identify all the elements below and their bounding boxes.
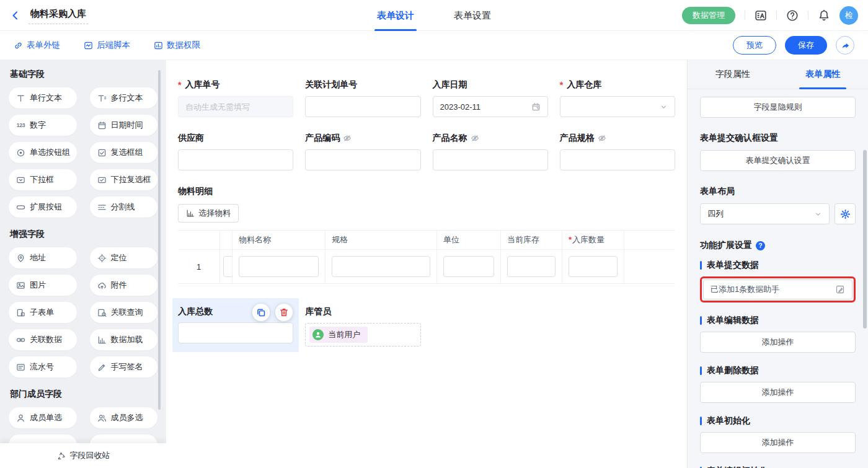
field-inbound-no[interactable]: 入库单号 <box>178 79 293 117</box>
tab-form-design[interactable]: 表单设计 <box>377 0 414 31</box>
preview-button[interactable]: 预览 <box>733 36 776 55</box>
field-keeper[interactable]: 库管员 当前用户 <box>305 298 420 347</box>
field-recycle-bin[interactable]: 字段回收站 <box>0 443 166 468</box>
locate-icon <box>97 254 107 263</box>
page-title[interactable]: 物料采购入库 <box>29 7 88 24</box>
sidebar-item-divider[interactable]: 分割线 <box>90 196 158 218</box>
field-total-selected[interactable]: 入库总数 <box>172 298 299 352</box>
edit-pencil-icon[interactable] <box>835 285 845 294</box>
sidebar-item-checkbox-group[interactable]: 复选框组 <box>90 142 158 163</box>
sidebar-item-datetime[interactable]: 日期时间 <box>90 115 158 136</box>
material-detail-section[interactable]: 物料明细 选择物料 物料名称 规格 单位 当前库存 入库数量 <box>178 186 675 284</box>
field-product-spec[interactable]: 产品规格 <box>560 132 675 170</box>
unit-input[interactable] <box>443 256 494 277</box>
sidebar-item-data-load[interactable]: 数据加载 <box>90 329 158 350</box>
field-visibility-rule-button[interactable]: 字段显隐规则 <box>700 97 856 118</box>
sidebar-item-serial-number[interactable]: 流水号 <box>9 356 77 377</box>
help-icon[interactable] <box>786 9 799 22</box>
form-layout-title: 表单布局 <box>700 186 856 197</box>
notification-bell-icon[interactable] <box>818 9 830 22</box>
back-button[interactable] <box>10 10 21 21</box>
eye-off-icon <box>343 134 352 143</box>
add-action-button-init[interactable]: 添加操作 <box>700 432 856 453</box>
tab-field-properties[interactable]: 字段属性 <box>688 60 778 89</box>
publish-share-button[interactable] <box>836 36 854 55</box>
sidebar-item-number[interactable]: 数字 <box>9 115 77 136</box>
material-table-header: 物料名称 规格 单位 当前库存 入库数量 <box>178 231 675 250</box>
permission-icon <box>154 41 163 50</box>
sidebar-scrollbar[interactable] <box>158 70 161 410</box>
section-title-basic: 基础字段 <box>10 69 156 80</box>
tab-form-settings[interactable]: 表单设置 <box>454 0 491 31</box>
member-single-icon <box>16 413 25 423</box>
group-edit-init: 表单编辑初始化 <box>700 466 856 468</box>
sidebar-item-related-query[interactable]: 关联查询 <box>90 302 158 323</box>
data-assistant-button[interactable]: 已添加1条数据助手 <box>703 280 852 299</box>
user-avatar[interactable]: 检 <box>839 6 858 25</box>
product-code-input[interactable] <box>305 149 420 170</box>
total-input[interactable] <box>178 322 293 343</box>
current-user-tag[interactable]: 当前用户 <box>309 327 368 343</box>
form-external-link[interactable]: 表单外链 <box>14 40 60 51</box>
inbound-no-input[interactable] <box>178 96 293 117</box>
layout-settings-button[interactable] <box>835 203 856 224</box>
delete-field-button[interactable] <box>275 304 293 321</box>
tab-form-properties[interactable]: 表单属性 <box>778 60 868 89</box>
sidebar-item-image[interactable]: 图片 <box>9 275 77 296</box>
eye-off-icon <box>471 134 479 143</box>
field-product-code[interactable]: 产品编码 <box>305 132 420 170</box>
inbound-qty-input[interactable] <box>569 256 618 277</box>
sidebar-item-locate[interactable]: 定位 <box>90 247 158 268</box>
field-plan-no[interactable]: 关联计划单号 <box>305 79 420 117</box>
sidebar-item-subform[interactable]: 子表单 <box>9 302 77 323</box>
sidebar-item-related-data[interactable]: 关联数据 <box>9 329 77 350</box>
copy-field-button[interactable] <box>252 304 270 321</box>
supplier-input[interactable] <box>178 149 293 170</box>
hidden-cell <box>220 250 232 283</box>
product-name-input[interactable] <box>433 149 548 170</box>
field-supplier[interactable]: 供应商 <box>178 132 293 170</box>
warehouse-select[interactable] <box>560 96 675 117</box>
spec-input[interactable] <box>332 256 430 277</box>
sidebar-item-extend-button[interactable]: 扩展按钮 <box>9 196 77 218</box>
link-icon <box>14 41 23 50</box>
add-action-button-delete[interactable]: 添加操作 <box>700 382 856 403</box>
divider <box>808 11 808 20</box>
backend-script-link[interactable]: 后端脚本 <box>84 40 130 51</box>
field-inbound-date[interactable]: 入库日期 2023-02-11 <box>433 79 548 117</box>
panel-scrollbar[interactable] <box>863 150 867 329</box>
material-name-input[interactable] <box>239 256 319 277</box>
product-spec-input[interactable] <box>560 149 675 170</box>
add-action-button-edit[interactable]: 添加操作 <box>700 332 856 353</box>
sidebar-item-single-line-text[interactable]: 单行文本 <box>9 87 77 108</box>
sidebar-item-signature[interactable]: 手写签名 <box>90 356 158 377</box>
hidden-cell-input[interactable] <box>223 256 232 277</box>
divider-icon <box>97 203 107 212</box>
top-right-actions: 数据管理 检 <box>682 6 858 25</box>
sidebar-item-member-single[interactable]: 成员单选 <box>9 407 77 428</box>
sidebar-item-multi-line-text[interactable]: 多行文本 <box>90 87 158 108</box>
data-permission-link[interactable]: 数据权限 <box>154 40 200 51</box>
save-button[interactable]: 保存 <box>785 36 827 55</box>
layout-select[interactable]: 四列 <box>700 203 830 224</box>
sidebar-item-attachment[interactable]: 附件 <box>90 275 158 296</box>
field-warehouse[interactable]: 入库仓库 <box>560 79 675 117</box>
plan-no-input[interactable] <box>305 96 420 117</box>
serial-number-icon <box>16 363 25 372</box>
help-question-icon[interactable] <box>756 241 765 250</box>
field-product-name[interactable]: 产品名称 <box>433 132 548 170</box>
divider <box>745 11 745 20</box>
data-manage-button[interactable]: 数据管理 <box>682 7 735 24</box>
keeper-user-picker[interactable]: 当前用户 <box>305 323 420 347</box>
sidebar-item-multi-select[interactable]: 下拉复选框 <box>90 169 158 190</box>
select-material-button[interactable]: 选择物料 <box>178 204 239 223</box>
sidebar-item-radio-group[interactable]: 单选按钮组 <box>9 142 77 163</box>
translate-icon[interactable] <box>755 9 767 22</box>
sidebar-item-select[interactable]: 下拉框 <box>9 169 77 190</box>
current-stock-input[interactable] <box>507 256 556 277</box>
sidebar-item-member-multi[interactable]: 成员多选 <box>90 407 158 428</box>
inbound-date-input[interactable]: 2023-02-11 <box>433 96 548 117</box>
sidebar-item-address[interactable]: 地址 <box>9 247 77 268</box>
signature-icon <box>97 363 107 372</box>
submit-confirm-button[interactable]: 表单提交确认设置 <box>700 150 856 171</box>
